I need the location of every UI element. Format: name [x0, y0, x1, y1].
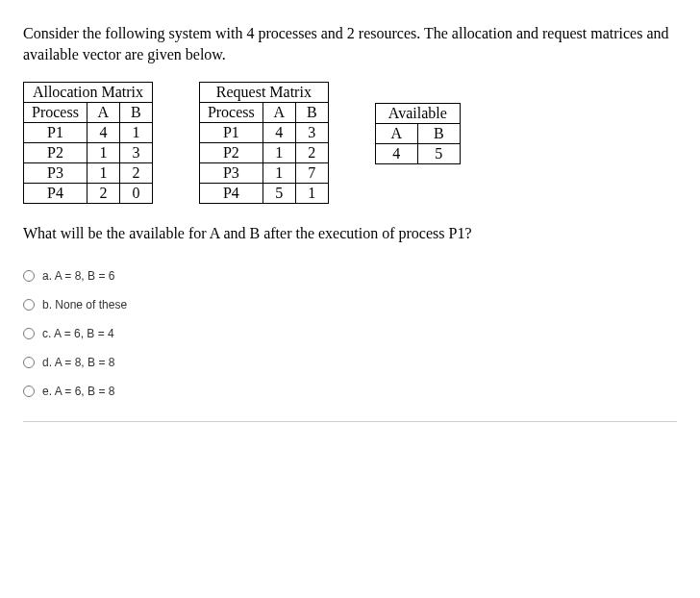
available-header-a: A	[375, 124, 417, 144]
request-header-a: A	[262, 103, 295, 123]
radio-option-a[interactable]	[23, 270, 35, 282]
available-vector: Available A B 4 5	[375, 103, 461, 204]
option-d[interactable]: d. A = 8, B = 8	[23, 356, 677, 369]
table-row: P3 1 7	[199, 163, 328, 184]
radio-option-c[interactable]	[23, 328, 35, 339]
cell-process: P4	[199, 184, 262, 204]
request-title: Request Matrix	[199, 83, 328, 103]
option-b-label: b. None of these	[42, 298, 127, 311]
table-row: P4 5 1	[199, 184, 328, 204]
allocation-title: Allocation Matrix	[24, 83, 153, 103]
request-header-process: Process	[199, 103, 262, 123]
option-c-label: c. A = 6, B = 4	[42, 327, 114, 340]
cell-a: 1	[87, 143, 119, 163]
allocation-header-a: A	[87, 103, 119, 123]
option-a-label: a. A = 8, B = 6	[42, 269, 114, 283]
request-matrix: Request Matrix Process A B P1 4 3 P2 1 2	[199, 82, 329, 204]
divider	[23, 421, 677, 422]
table-row: P2 1 3	[24, 143, 153, 163]
radio-option-d[interactable]	[23, 357, 35, 368]
allocation-header-b: B	[119, 103, 152, 123]
cell-a: 4	[262, 123, 295, 143]
table-row: P1 4 1	[24, 123, 153, 143]
cell-process: P2	[24, 143, 88, 163]
option-a[interactable]: a. A = 8, B = 6	[23, 269, 677, 283]
table-row: P1 4 3	[199, 123, 328, 143]
available-a: 4	[375, 144, 417, 164]
request-header-b: B	[295, 103, 328, 123]
cell-a: 2	[87, 184, 119, 204]
cell-b: 7	[295, 163, 328, 184]
question-intro: Consider the following system with 4 pro…	[23, 23, 677, 64]
cell-a: 4	[87, 123, 119, 143]
option-b[interactable]: b. None of these	[23, 298, 677, 311]
radio-option-b[interactable]	[23, 299, 35, 311]
cell-a: 1	[262, 163, 295, 184]
cell-process: P1	[199, 123, 262, 143]
allocation-header-process: Process	[24, 103, 88, 123]
question-followup: What will be the available for A and B a…	[23, 225, 677, 242]
cell-b: 1	[119, 123, 152, 143]
cell-process: P2	[199, 143, 262, 163]
matrices-container: Allocation Matrix Process A B P1 4 1 P2 …	[23, 82, 677, 204]
cell-b: 2	[295, 143, 328, 163]
cell-b: 3	[119, 143, 152, 163]
cell-b: 0	[119, 184, 152, 204]
option-c[interactable]: c. A = 6, B = 4	[23, 327, 677, 340]
allocation-matrix: Allocation Matrix Process A B P1 4 1 P2 …	[23, 82, 153, 204]
radio-option-e[interactable]	[23, 386, 35, 397]
cell-process: P1	[24, 123, 88, 143]
cell-a: 5	[262, 184, 295, 204]
option-d-label: d. A = 8, B = 8	[42, 356, 114, 369]
cell-process: P4	[24, 184, 88, 204]
cell-b: 3	[295, 123, 328, 143]
question-container: Consider the following system with 4 pro…	[23, 23, 677, 398]
option-e[interactable]: e. A = 6, B = 8	[23, 385, 677, 398]
available-b: 5	[417, 144, 460, 164]
cell-b: 2	[119, 163, 152, 184]
table-row: 4 5	[375, 144, 460, 164]
option-e-label: e. A = 6, B = 8	[42, 385, 114, 398]
table-row: P4 2 0	[24, 184, 153, 204]
answer-options: a. A = 8, B = 6 b. None of these c. A = …	[23, 269, 677, 398]
cell-a: 1	[87, 163, 119, 184]
table-row: P2 1 2	[199, 143, 328, 163]
available-header-b: B	[417, 124, 460, 144]
table-row: P3 1 2	[24, 163, 153, 184]
available-title: Available	[375, 104, 460, 124]
cell-process: P3	[199, 163, 262, 184]
cell-process: P3	[24, 163, 88, 184]
cell-a: 1	[262, 143, 295, 163]
cell-b: 1	[295, 184, 328, 204]
